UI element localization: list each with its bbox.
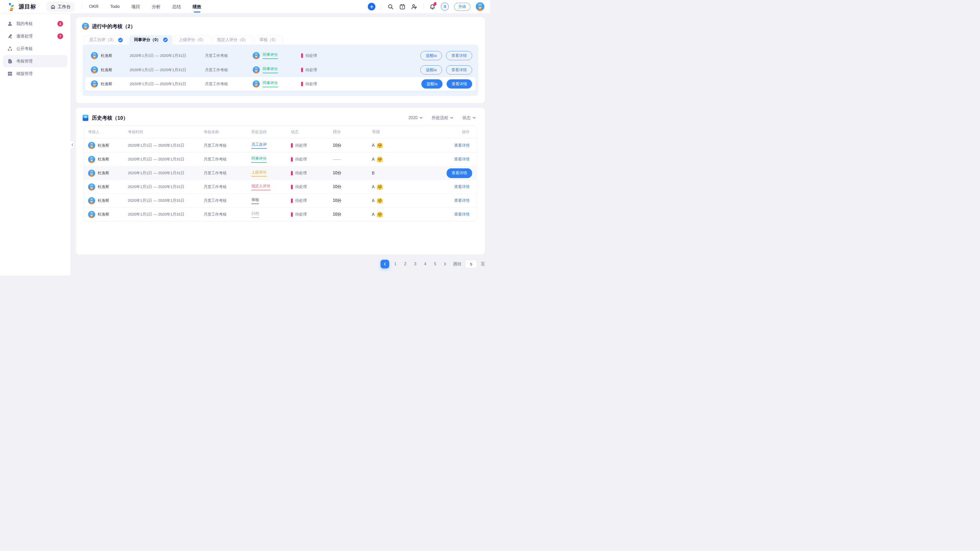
grade-letter: B — [372, 171, 375, 176]
tab-designated-review[interactable]: 指定人评分（0） — [212, 35, 253, 44]
upgrade-button[interactable]: 升级 — [454, 3, 470, 11]
next-page-button[interactable] — [441, 262, 449, 265]
assessee-name: 杜洛斯 — [98, 157, 109, 162]
remind-button[interactable]: 提醒ta — [420, 51, 442, 60]
chevron-down-icon — [473, 117, 476, 119]
row-actions: 提醒ta 查看详情 — [420, 65, 472, 75]
notification-dot — [433, 2, 437, 6]
table-row-highlighted: 杜洛斯 2020年1月1日 — 2020年1月31日 月度工作考核 上级评分 待… — [84, 166, 477, 180]
assessment-name: 月度工作考核 — [204, 171, 251, 176]
create-button[interactable] — [368, 3, 375, 11]
navbar-divider — [423, 4, 423, 10]
tab-superior-review[interactable]: 上级评分（0） — [174, 35, 211, 44]
remind-button[interactable]: 提醒ta — [420, 65, 442, 75]
status-filter-dropdown[interactable]: 状态 — [463, 115, 476, 121]
filter-label: 状态 — [463, 115, 471, 121]
assessment-name: 月度工作考核 — [205, 82, 253, 86]
tab-audit[interactable]: 审核（0） — [255, 35, 283, 44]
flow-filter-dropdown[interactable]: 所处流程 — [432, 115, 453, 121]
assessee-cell: 杜洛斯 — [84, 197, 128, 204]
view-details-button[interactable]: 查看详情 — [447, 79, 472, 89]
view-details-button[interactable]: 查看详情 — [447, 168, 472, 178]
flow-stage-label: 同事评分 — [262, 81, 278, 87]
nav-item-project[interactable]: 项目 — [131, 0, 140, 13]
assessee-cell: 杜洛斯 — [85, 80, 130, 87]
search-button[interactable] — [387, 3, 394, 10]
status-cell: 待处理 — [301, 82, 422, 86]
tab-label: 同事评分（0） — [134, 37, 161, 43]
logo-icon — [8, 2, 16, 11]
workspace-label: 工作台 — [58, 4, 71, 10]
nav-item-summary[interactable]: 总结 — [172, 0, 181, 13]
tab-peer-review[interactable]: 同事评分（0） — [129, 35, 172, 44]
sidebar-collapse-handle[interactable] — [70, 141, 74, 149]
ongoing-assessments-card: 进行中的考核（2） 员工自评（3） 同事评分（0） 上级评分（0） 指定人评分（… — [76, 17, 485, 103]
pagination: 1 2 3 4 5 跳转 页 — [70, 260, 485, 268]
view-details-link[interactable]: 查看详情 — [454, 198, 469, 203]
chevron-right-icon — [444, 262, 446, 265]
assessee-name: 杜洛斯 — [98, 171, 109, 176]
remind-button[interactable]: 提醒ta — [422, 79, 442, 89]
column-header: 等级 — [372, 129, 402, 135]
add-member-button[interactable] — [411, 3, 417, 10]
page-number-3[interactable]: 3 — [411, 262, 419, 266]
navbar-actions: 7 邀 升级 — [368, 2, 484, 11]
sidebar-item-invitations[interactable]: 邀请处理 7 — [3, 30, 67, 42]
column-header: 考核人 — [84, 130, 128, 135]
flow-cell: 同事评分 — [253, 80, 301, 87]
page-number-2[interactable]: 2 — [401, 262, 409, 266]
nav-item-okr[interactable]: OKR — [89, 0, 99, 13]
sidebar-item-public-assessments[interactable]: 公开考核 — [3, 43, 67, 55]
nav-item-todo[interactable]: Todo — [110, 0, 120, 13]
sidebar-item-template-management[interactable]: 模版管理 — [3, 68, 67, 80]
nav-item-performance[interactable]: 绩效 — [192, 0, 201, 13]
app-logo[interactable]: 源目标 — [8, 2, 36, 11]
previous-page-button[interactable] — [380, 260, 389, 268]
view-details-link[interactable]: 查看详情 — [454, 212, 469, 217]
view-details-button[interactable]: 查看详情 — [446, 65, 472, 75]
profile-avatar[interactable] — [476, 2, 484, 11]
status-cell: 待处理 — [301, 53, 420, 58]
invite-button[interactable]: 邀 — [441, 3, 449, 11]
sidebar-item-my-assessments[interactable]: 我的考核 3 — [3, 17, 67, 30]
column-header: 所处流程 — [251, 130, 291, 135]
view-details-link[interactable]: 查看详情 — [454, 184, 469, 189]
year-filter-dropdown[interactable]: 2020 — [408, 116, 423, 120]
page-number-5[interactable]: 5 — [431, 262, 439, 266]
nav-item-analysis[interactable]: 分析 — [152, 0, 161, 13]
jump-page-input[interactable] — [465, 260, 477, 268]
home-icon — [50, 4, 56, 10]
assessment-period: 2020年1月1日 — 2020年1月31日 — [128, 143, 204, 148]
sidebar-item-assessment-management[interactable]: 考核管理 — [3, 55, 67, 67]
assessment-period: 2020年1月1日 — 2020年1月31日 — [130, 82, 205, 86]
avatar — [88, 211, 95, 218]
status-pill — [301, 82, 303, 86]
status-label: 待处理 — [295, 184, 307, 189]
notifications-button[interactable] — [429, 3, 436, 10]
flow-stage-label: 归档 — [251, 211, 259, 218]
ongoing-title: 进行中的考核（2） — [92, 23, 135, 30]
column-header: 操作 — [462, 130, 477, 135]
assessee-name: 杜洛斯 — [101, 82, 112, 86]
avatar — [88, 156, 95, 163]
page-number-4[interactable]: 4 — [422, 262, 429, 266]
column-header: 考核时间 — [128, 130, 204, 135]
badge-count: 7 — [57, 33, 63, 39]
view-details-button[interactable]: 查看详情 — [446, 51, 472, 60]
status-label: 待处理 — [295, 212, 307, 217]
view-details-link[interactable]: 查看详情 — [454, 157, 469, 162]
tab-self-review[interactable]: 员工自评（3） — [84, 35, 128, 44]
status-pill — [291, 171, 293, 176]
page-number-1[interactable]: 1 — [391, 262, 399, 266]
history-table: 考核人 考核时间 考核名称 所处流程 状态 得分 等级 操作 杜洛斯 2020年… — [84, 125, 477, 221]
sidebar: 我的考核 3 邀请处理 7 公开考核 考核管理 模版管理 — [0, 13, 70, 275]
status-label: 待处理 — [295, 198, 307, 203]
table-row: 杜洛斯 2020年1月1日 — 2020年1月31日 月度工作考核 指定人评分 … — [84, 180, 477, 194]
history-title: 历史考核（10） — [92, 114, 128, 121]
workspace-button[interactable]: 工作台 — [46, 2, 75, 12]
view-details-link[interactable]: 查看详情 — [454, 143, 469, 148]
flow-stage-label: 上级评分 — [251, 170, 267, 176]
table-row: 杜洛斯 2020年1月1日 — 2020年1月31日 月度工作考核 员工自评 待… — [84, 138, 477, 152]
tab-label: 审核（0） — [259, 37, 278, 43]
calendar-button[interactable]: 7 — [399, 3, 406, 10]
